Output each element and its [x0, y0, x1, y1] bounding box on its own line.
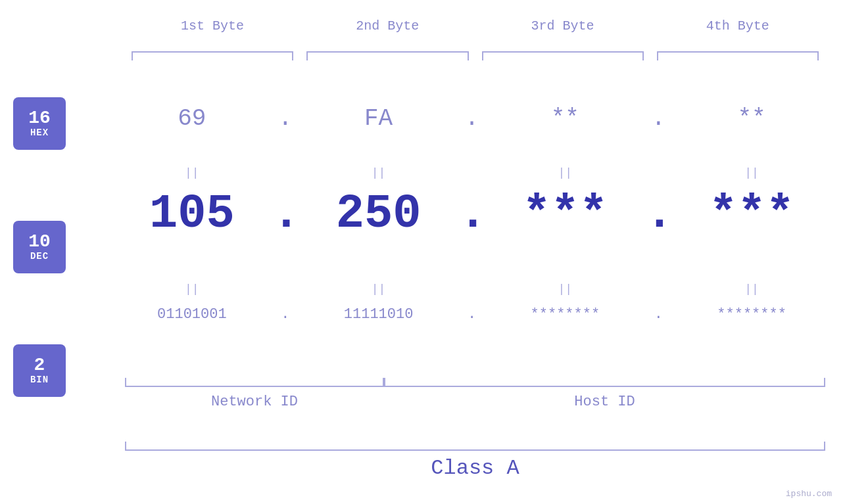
- watermark: ipshu.com: [786, 489, 832, 499]
- hex-col3: **: [485, 105, 646, 132]
- bin-dot3: .: [645, 306, 671, 323]
- dec-row: 105 . 250 . *** . ***: [79, 187, 832, 241]
- network-id-label: Network ID: [125, 394, 384, 410]
- network-bracket: Network ID: [125, 378, 384, 410]
- bracket1: [132, 51, 293, 63]
- bracket3: [482, 51, 644, 63]
- hex-row: 69 . FA . ** . **: [79, 105, 832, 132]
- bracket4-line: [657, 51, 819, 60]
- byte3-header: 3rd Byte: [475, 18, 650, 34]
- eq2-col1: ||: [112, 283, 272, 296]
- dec-col1: 105: [112, 187, 272, 241]
- dec-col4: ***: [671, 187, 832, 241]
- bin-col2: 11111010: [299, 306, 459, 323]
- eq1-col3: ||: [485, 166, 646, 179]
- eq2-col4: ||: [671, 283, 832, 296]
- equals-row2: || || || ||: [79, 283, 832, 296]
- bracket4: [657, 51, 819, 63]
- dec-dot2: .: [459, 187, 485, 241]
- bin-dot1: .: [272, 306, 299, 323]
- dec-dot3: .: [645, 187, 671, 241]
- bottom-brackets: Network ID Host ID: [125, 378, 825, 410]
- bin-col1: 01101001: [112, 306, 272, 323]
- network-bracket-line: [125, 378, 384, 387]
- eq2-col3: ||: [485, 283, 646, 296]
- bin-col3: ********: [485, 306, 646, 323]
- eq2-col2: ||: [299, 283, 459, 296]
- main-container: 1st Byte 2nd Byte 3rd Byte 4th Byte 16 H…: [0, 0, 845, 504]
- bin-number: 2: [34, 356, 45, 375]
- equals-row1: || || || ||: [79, 166, 832, 179]
- hex-name: HEX: [30, 127, 49, 138]
- host-id-label: Host ID: [384, 394, 825, 410]
- byte1-header: 1st Byte: [125, 18, 300, 34]
- eq1-col4: ||: [671, 166, 832, 179]
- hex-number: 16: [28, 109, 51, 127]
- bin-row: 01101001 . 11111010 . ******** . *******…: [79, 306, 832, 323]
- bracket3-line: [482, 51, 644, 60]
- class-bracket-line: [125, 442, 825, 451]
- eq1-col1: ||: [112, 166, 272, 179]
- dec-col2: 250: [299, 187, 459, 241]
- dec-col3: ***: [485, 187, 646, 241]
- bracket1-line: [132, 51, 293, 60]
- bracket2-line: [306, 51, 468, 60]
- top-brackets: [125, 51, 825, 63]
- hex-dot2: .: [459, 105, 485, 132]
- bracket2: [306, 51, 468, 63]
- hex-dot3: .: [645, 105, 671, 132]
- bin-dot2: .: [459, 306, 485, 323]
- hex-col1: 69: [112, 105, 272, 132]
- byte4-header: 4th Byte: [650, 18, 825, 34]
- bin-badge: 2 BIN: [13, 344, 66, 397]
- byte2-header: 2nd Byte: [300, 18, 475, 34]
- hex-badge: 16 HEX: [13, 97, 66, 150]
- dec-dot1: .: [272, 187, 299, 241]
- hex-col2: FA: [299, 105, 459, 132]
- dec-name: DEC: [30, 251, 49, 262]
- hex-col4: **: [671, 105, 832, 132]
- class-label: Class A: [125, 456, 825, 480]
- hex-dot1: .: [272, 105, 299, 132]
- base-badges: 16 HEX 10 DEC 2 BIN: [13, 97, 66, 397]
- bin-col4: ********: [671, 306, 832, 323]
- host-bracket: Host ID: [384, 378, 825, 410]
- class-section: Class A: [125, 442, 825, 480]
- dec-number: 10: [28, 233, 51, 251]
- byte-headers: 1st Byte 2nd Byte 3rd Byte 4th Byte: [125, 18, 825, 34]
- bin-name: BIN: [30, 375, 49, 385]
- dec-badge: 10 DEC: [13, 221, 66, 273]
- eq1-col2: ||: [299, 166, 459, 179]
- host-bracket-line: [384, 378, 825, 387]
